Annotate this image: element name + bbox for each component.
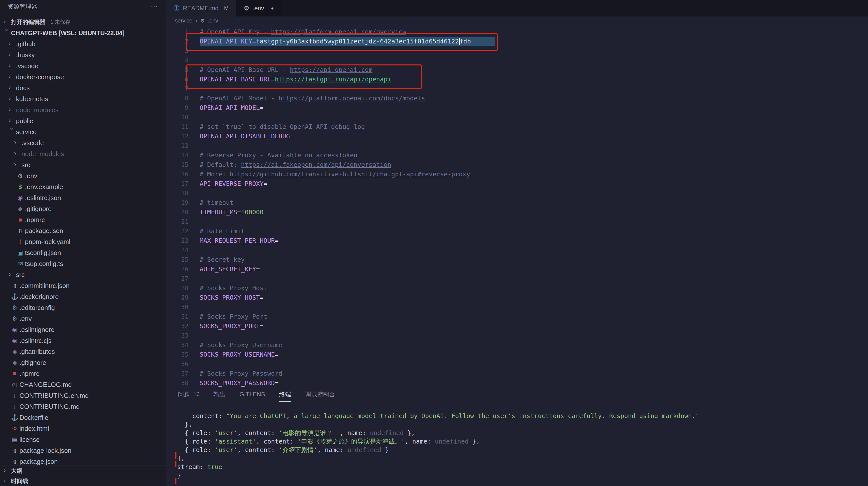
tree-item-label: .vscode [22,139,44,147]
tree-file-license[interactable]: ▤license [0,434,166,445]
tree-file-env-example[interactable]: $.env.example [0,181,166,192]
panel-tab-output[interactable]: 输出 [213,388,225,402]
file-tree: ›.github›.husky›.vscode›docker-compose›d… [0,38,166,467]
tree-file-eslintrc-json[interactable]: ◉.eslintrc.json [0,192,166,203]
code-line[interactable]: 27 [166,274,868,283]
line-number: 14 [166,151,188,160]
code-line[interactable]: 35SOCKS_PROXY_USERNAME= [166,350,868,360]
code-line[interactable]: 26AUTH_SECRET_KEY= [166,264,868,274]
code-line[interactable]: 12OPENAI_API_DISABLE_DEBUG= [166,132,868,141]
tree-file-npmrc[interactable]: ■.npmrc [0,368,166,379]
tree-item-label: package.json [25,227,63,235]
tree-folder-node-modules[interactable]: ›node_modules [0,148,166,159]
code-line[interactable]: 37# Socks Proxy Password [166,369,868,378]
tree-file-commitlintrc-json[interactable]: {}.commitlintrc.json [0,280,166,291]
tree-file-index-html[interactable]: <>index.html [0,423,166,434]
code-line[interactable]: 3 [166,46,868,56]
tree-folder-kubernetes[interactable]: ›kubernetes [0,93,166,105]
code-line[interactable]: 15# Default: https://ai.fakeopen.com/api… [166,160,868,170]
code-editor[interactable]: 1# OpenAI API Key - https://platform.ope… [166,25,868,387]
code-line[interactable]: 34# Socks Proxy Username [166,340,868,350]
code-line[interactable]: 30 [166,303,868,312]
vscode-window: 资源管理器 ⋯ › 打开的编辑器 1 未保存 › CHATGPT-WEB [WS… [0,0,868,486]
code-line[interactable]: 16# More: https://github.com/transitive-… [166,170,868,179]
tree-folder-node-modules[interactable]: ›node_modules [0,105,166,115]
code-line[interactable]: 24 [166,246,868,255]
timeline-section[interactable]: › 时间线 [0,476,166,486]
code-line[interactable]: 13 [166,141,868,151]
code-line[interactable]: 14# Reverse Proxy - Available on accessT… [166,151,868,160]
breadcrumb-item-env[interactable]: .env [208,18,218,24]
breadcrumb-item-service[interactable]: service [175,18,192,24]
chevron-right-icon: › [3,467,11,474]
code-line[interactable]: 7 [166,84,868,94]
code-line[interactable]: 17API_REVERSE_PROXY= [166,179,868,189]
code-line[interactable]: 22# Rate Limit [166,227,868,236]
code-line[interactable]: 4 [166,56,868,65]
code-line[interactable]: 36 [166,360,868,369]
project-root-section[interactable]: › CHATGPT-WEB [WSL: UBUNTU-22.04] [0,27,166,38]
panel-tab-terminal[interactable]: 终端 [279,388,291,402]
code-line[interactable]: 9OPENAI_API_MODEL= [166,103,868,113]
tree-file-changelog-md[interactable]: ◷CHANGELOG.md [0,379,166,390]
tree-file-env[interactable]: ⚙.env [0,313,166,324]
panel-tab-debug-console[interactable]: 调试控制台 [305,388,335,402]
tree-file-contributing-md[interactable]: ↓CONTRIBUTING.md [0,401,166,412]
code-line[interactable]: 6OPENAI_API_BASE_URL=https://fastgpt.run… [166,75,868,84]
code-line[interactable]: 5# OpenAI API Base URL - https://api.ope… [166,65,868,75]
code-line[interactable]: 20TIMEOUT_MS=100000 [166,207,868,217]
tree-folder-docker-compose[interactable]: ›docker-compose [0,72,166,82]
tree-file-editorconfig[interactable]: ⚙.editorconfig [0,302,166,313]
tree-file-dockerfile[interactable]: ⚓Dockerfile [0,412,166,423]
tab-readme[interactable]: ⓘREADME.mdM [166,0,236,17]
code-line[interactable]: 32SOCKS_PROXY_PORT= [166,321,868,331]
code-line[interactable]: 25# Secret key [166,255,868,264]
tree-folder-husky[interactable]: ›.husky [0,50,166,60]
code-line[interactable]: 23MAX_REQUEST_PER_HOUR= [166,236,868,246]
code-line[interactable]: 19# timeout [166,198,868,207]
tree-file-package-lock-json[interactable]: {}package-lock.json [0,445,166,456]
tree-folder-src[interactable]: ›src [0,269,166,280]
code-line[interactable]: 10 [166,113,868,122]
tree-item-label: package-lock.json [20,447,71,455]
panel-tab-gitlens[interactable]: GITLENS [239,388,265,402]
tree-file-contributing-en-md[interactable]: ↓CONTRIBUTING.en.md [0,390,166,401]
tree-file-eslintignore[interactable]: ◉.eslintignore [0,324,166,335]
code-line[interactable]: 1# OpenAI API Key - https://platform.ope… [166,27,868,37]
tree-file-pnpm-lock-yaml[interactable]: !pnpm-lock.yaml [0,236,166,247]
tree-file-dockerignore[interactable]: ⚓.dockerignore [0,291,166,302]
tree-file-tsup-config-ts[interactable]: TStsup.config.ts [0,258,166,269]
code-line[interactable]: 21 [166,217,868,227]
tree-file-env[interactable]: ⚙.env [0,170,166,181]
code-line[interactable]: 38SOCKS_PROXY_PASSWORD= [166,378,868,387]
tree-folder-public[interactable]: ›public [0,115,166,126]
tree-file-package-json[interactable]: {}package.json [0,225,166,236]
panel-tab-problems[interactable]: 问题16 [178,388,199,402]
tree-file-gitignore[interactable]: ◆.gitignore [0,357,166,368]
tree-folder-docs[interactable]: ›docs [0,82,166,93]
tab-env[interactable]: ⚙.env● [236,0,281,17]
tree-folder-src[interactable]: ›src [0,159,166,170]
code-line[interactable]: 28# Socks Proxy Host [166,283,868,293]
tree-folder-github[interactable]: ›.github [0,38,166,50]
tree-file-gitignore[interactable]: ◆.gitignore [0,203,166,214]
tree-file-gitattributes[interactable]: ◆.gitattributes [0,346,166,357]
code-line[interactable]: 2OPENAI_API_KEY=fastgpt-y6b3axfbdd5wyp01… [166,37,868,46]
code-line[interactable]: 8# OpenAI API Model - https://platform.o… [166,94,868,103]
more-actions-icon[interactable]: ⋯ [151,2,158,11]
tree-folder-vscode[interactable]: ›.vscode [0,60,166,72]
tree-folder-service[interactable]: ›service [0,126,166,137]
code-line[interactable]: 33 [166,331,868,340]
open-editors-section[interactable]: › 打开的编辑器 1 未保存 [0,17,166,27]
tree-file-tsconfig-json[interactable]: ▣tsconfig.json [0,247,166,258]
tree-file-npmrc[interactable]: ■.npmrc [0,214,166,225]
code-line[interactable]: 31# Socks Proxy Port [166,312,868,321]
outline-section[interactable]: › 大纲 [0,465,166,476]
line-number: 15 [166,160,188,170]
code-line[interactable]: 18 [166,189,868,198]
tree-file-eslintrc-cjs[interactable]: ◉.eslintrc.cjs [0,335,166,346]
tree-folder-vscode[interactable]: ›.vscode [0,137,166,148]
terminal[interactable]: content: "You are ChatGPT, a large langu… [166,402,868,486]
code-line[interactable]: 29SOCKS_PROXY_HOST= [166,293,868,303]
code-line[interactable]: 11# set `true` to disable OpenAI API deb… [166,122,868,132]
